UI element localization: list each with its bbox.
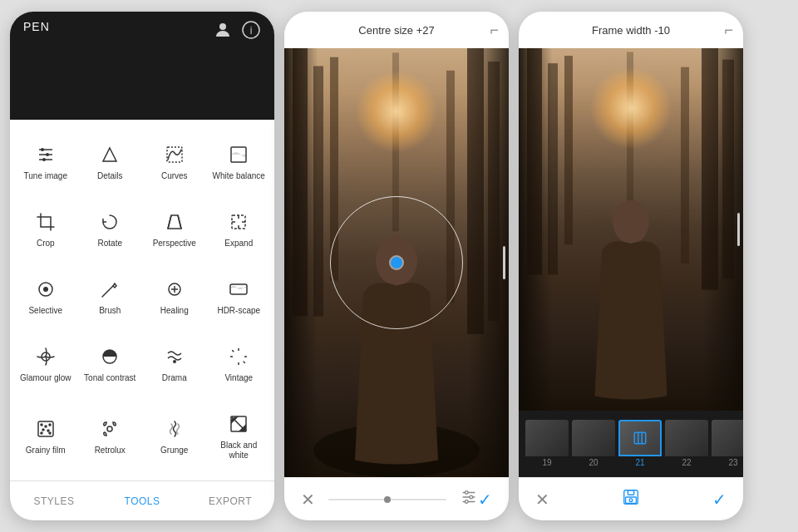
expand-label: Expand (224, 239, 253, 249)
svg-line-13 (178, 215, 181, 229)
details-icon (96, 141, 123, 168)
svg-point-34 (42, 429, 44, 431)
middle-title: Centre size +27 (358, 24, 434, 37)
svg-text:i: i (250, 25, 253, 37)
circle-overlay[interactable] (330, 196, 463, 329)
svg-point-31 (41, 424, 42, 426)
crop-icon (32, 209, 59, 235)
frame-num-19: 19 (542, 456, 551, 469)
tool-tune[interactable]: Tune image (13, 126, 78, 194)
svg-rect-59 (722, 60, 734, 278)
svg-rect-20 (230, 284, 247, 294)
tool-bw[interactable]: Black and white (207, 397, 272, 474)
nav-styles[interactable]: STYLES (10, 481, 98, 520)
right-cancel-button[interactable]: ✕ (535, 490, 549, 510)
frame-num-20: 20 (589, 456, 598, 469)
hdr-icon (225, 276, 252, 303)
svg-point-7 (46, 153, 49, 156)
tune-label: Tune image (24, 171, 67, 181)
film-frame-20[interactable]: 20 (572, 419, 615, 469)
vintage-icon (225, 343, 252, 370)
save-button[interactable] (622, 488, 640, 510)
tool-glamour[interactable]: Glamour glow (13, 329, 78, 397)
tune-icon (32, 141, 59, 168)
svg-rect-44 (488, 62, 500, 321)
frame-num-21: 21 (635, 456, 644, 469)
tool-perspective[interactable]: Perspective (142, 194, 207, 261)
middle-header: Centre size +27 ⌐ (284, 12, 509, 48)
retrolux-icon (96, 416, 123, 442)
svg-point-36 (41, 432, 42, 434)
tool-selective[interactable]: Selective (13, 261, 78, 328)
svg-point-33 (49, 424, 51, 426)
crop-label: Crop (37, 239, 55, 249)
perspective-label: Perspective (153, 239, 196, 249)
tool-grainy[interactable]: Grainy film (13, 397, 78, 474)
grunge-label: Grunge (160, 446, 188, 456)
tool-tonal[interactable]: Tonal contrast (78, 329, 143, 397)
tool-vintage[interactable]: Vintage (207, 329, 272, 397)
film-frame-23[interactable]: 23 (712, 419, 743, 469)
app-container: PEN i (0, 0, 798, 532)
svg-point-62 (613, 200, 649, 244)
frame-num-23: 23 (728, 456, 737, 469)
confirm-button[interactable]: ✓ (478, 490, 492, 510)
selective-icon (32, 276, 59, 303)
adjust-icon[interactable] (460, 488, 478, 510)
svg-line-12 (168, 215, 171, 229)
tool-curves[interactable]: Curves (142, 126, 207, 194)
svg-line-26 (232, 350, 234, 352)
tool-wb[interactable]: White balance (207, 126, 272, 194)
info-icon[interactable]: i (241, 20, 261, 44)
film-frame-21[interactable]: 21 (618, 419, 662, 469)
curves-label: Curves (161, 171, 188, 181)
right-corner-icon: ⌐ (724, 22, 733, 39)
slider-bar[interactable] (328, 499, 446, 500)
tool-details[interactable]: Details (78, 126, 143, 194)
nav-export[interactable]: EXPORT (186, 481, 274, 520)
svg-point-8 (42, 158, 46, 161)
hdr-label: HDR-scape (217, 306, 260, 316)
phone-right: Frame width -10 ⌐ (519, 12, 743, 520)
tonal-icon (96, 343, 123, 370)
right-image (519, 48, 743, 411)
tool-rotate[interactable]: Rotate (78, 194, 143, 261)
tool-drama[interactable]: Drama (142, 329, 207, 397)
middle-image[interactable] (284, 48, 509, 477)
tool-crop[interactable]: Crop (13, 194, 78, 261)
tool-hdr[interactable]: HDR-scape (207, 261, 272, 328)
vintage-label: Vintage (224, 373, 253, 383)
svg-rect-63 (634, 432, 646, 444)
svg-rect-30 (38, 421, 53, 436)
bw-icon (225, 411, 252, 437)
svg-point-32 (45, 426, 47, 427)
right-controls: ✕ ✓ (519, 477, 743, 520)
svg-rect-41 (313, 66, 323, 317)
svg-point-38 (107, 426, 112, 431)
svg-point-54 (465, 500, 468, 504)
nav-tools[interactable]: TOOLS (98, 481, 186, 520)
svg-line-27 (244, 362, 245, 363)
tool-healing[interactable]: Healing (142, 261, 207, 328)
right-header: Frame width -10 ⌐ (519, 12, 743, 48)
svg-rect-67 (628, 490, 633, 495)
tools-grid: Tune image Details Curves (10, 120, 274, 480)
tool-brush[interactable]: Brush (78, 261, 143, 328)
right-confirm-button[interactable]: ✓ (712, 490, 727, 510)
tool-expand[interactable]: Expand (207, 194, 272, 261)
tool-grunge[interactable]: Grunge (142, 397, 207, 474)
person-icon[interactable] (213, 20, 233, 44)
perspective-icon (161, 209, 188, 235)
film-frame-19[interactable]: 19 (525, 419, 569, 469)
wb-label: White balance (213, 171, 265, 181)
details-label: Details (97, 171, 123, 181)
tool-retrolux[interactable]: Retrolux (78, 397, 143, 474)
svg-point-23 (173, 360, 176, 363)
healing-icon (161, 276, 188, 303)
curves-icon (161, 141, 188, 168)
healing-label: Healing (160, 306, 189, 316)
film-frame-22[interactable]: 22 (665, 419, 708, 469)
cancel-button[interactable]: ✕ (301, 490, 315, 510)
selective-label: Selective (28, 306, 62, 316)
svg-rect-55 (527, 48, 542, 275)
